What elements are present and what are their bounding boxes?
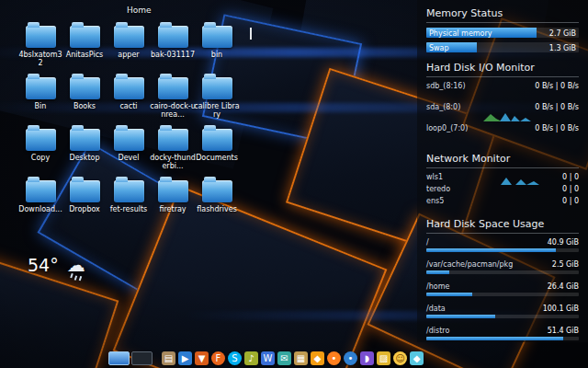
desktop-icon-label: firetray [150,205,196,213]
skype-icon[interactable]: S [228,351,242,365]
desktop-icon-label: bin [194,51,240,59]
desktop-icon-bak-031117[interactable]: bak-031117 [151,26,195,77]
desktop-icon-4bslxatom32[interactable]: 4bslxatom32 [18,26,62,77]
meter-physical-memory: Physical memory2.7 GiB [426,28,579,38]
desktop-icon-calibre-library[interactable]: calibre Library [195,77,239,129]
usage-label: /var/cache/pacman/pkg [426,260,513,269]
folder-icon [26,26,56,48]
wine-icon[interactable]: W [261,351,275,365]
weather-widget[interactable]: 54° ☁ [28,254,85,276]
desktop-icon-desktop[interactable]: Desktop [62,129,107,180]
desktop-icon-apper[interactable]: apper [107,26,151,77]
mail-client-icon[interactable]: ✉ [277,351,291,365]
desktop-icon-label: calibre Library [194,102,240,119]
audio-player-icon[interactable]: ♪ [244,351,258,365]
usage-line: /var/cache/pacman/pkg2.5 GiB [426,260,579,269]
desktop-icon-label: Desktop [62,154,107,162]
desktop-icon-flashdrives[interactable]: flashdrives [195,180,239,232]
desktop-icon-label: AnitasPics [62,51,107,59]
usage-fill-bar [426,248,556,252]
desktop-icon-cairo-dock-unrea[interactable]: cairo-dock-unrea... [151,77,195,129]
usage-bar [426,315,579,318]
browser-blue-icon[interactable]: • [344,351,357,365]
desktop-icon-label: Documents [194,154,240,162]
sidebar-section-network-monitor: Network Monitorwls10 | 0teredo0 | 0ens50… [426,152,579,209]
folder-icon [114,180,144,202]
desktop-icon-dropbox[interactable]: Dropbox [62,180,107,232]
meter-label: Physical memory [429,29,492,38]
pager-desktop-2[interactable] [131,351,153,365]
desktop-icon-fet-results[interactable]: fet-results [107,180,151,232]
cairo-dock-icon[interactable]: ◆ [311,351,324,365]
gem-app-icon[interactable]: ◆ [410,351,424,365]
pager-desktop-1[interactable] [108,351,130,365]
usage-value: 100.1 GiB [543,305,579,313]
usage-line: /40.9 GiB [426,238,579,247]
smiley-app-icon[interactable]: ☺ [393,351,407,365]
usage-: /40.9 GiB [426,238,579,252]
section-title: Hard Disk Space Usage [426,217,579,234]
folder-icon [158,77,188,99]
meter-value: 2.7 GiB [549,29,576,38]
dock: ▤▶▼FS♪W✉▦◆••◗▨☺◆ [108,351,424,365]
folder-icon [158,180,188,202]
usage-home: /home26.4 GiB [426,282,579,296]
desktop-icon-documents[interactable]: Documents [195,129,239,180]
desktop-icon-docky-thunderbi[interactable]: docky-thunderbi... [151,129,195,180]
folder-icon [202,26,232,48]
desktop-icon-anitaspics[interactable]: AnitasPics [62,26,107,77]
usage-label: /data [426,305,446,313]
desktop-icon-firetray[interactable]: firetray [151,180,195,232]
desktop-icon-label: Books [62,102,107,110]
desktop-icon-download[interactable]: Download... [18,180,62,232]
folder-icon [114,26,144,48]
stat-value: 0 B/s | 0 B/s [535,124,579,132]
folder-icon [158,129,188,151]
usage-line: /home26.4 GiB [426,282,579,291]
package-manager-icon[interactable]: ▦ [294,351,308,365]
media-player-icon[interactable]: ▶ [178,351,192,365]
desktop-icon-bin[interactable]: Bin [18,77,62,129]
usage-fill-bar [426,270,449,274]
downloader-icon[interactable]: ▼ [195,351,209,365]
desktop-icon-label: Copy [17,154,63,162]
usage-fill-bar [426,315,495,318]
desktop-icon-label: Download... [17,205,63,213]
desktop-icon-devel[interactable]: Devel [107,129,151,180]
desktop-icon-copy[interactable]: Copy [18,129,62,180]
stat-label: loop0_(7:0) [426,124,468,132]
desktop-icon-cacti[interactable]: cacti [107,77,151,129]
meter-swap: Swap1.3 GiB [426,42,579,52]
usage-data: /data100.1 GiB [426,305,579,318]
media-purple-icon[interactable]: ◗ [360,351,374,365]
desktop-icon-label: cairo-dock-unrea... [150,102,196,119]
file-cabinet-icon[interactable]: ▤ [162,351,175,365]
folder-yellow-icon[interactable]: ▨ [377,351,390,365]
desktop-icon-label: Devel [106,154,152,162]
usage-label: /distro [426,327,449,335]
stat-label: ens5 [426,197,444,205]
firefox-icon[interactable]: F [211,351,225,365]
cloud-rain-icon: ☁ [67,254,85,276]
usage-bar [426,293,579,296]
folder-icon [202,77,232,99]
usage-label: / [426,238,429,247]
desktop-icon-bin[interactable]: bin [195,26,239,77]
browser-orange-icon[interactable]: • [327,351,341,365]
desktop-icon-label: cacti [106,102,152,110]
folder-icon [158,26,188,48]
usage-line: /distro51.4 GiB [426,327,579,335]
desktop-icon-books[interactable]: Books [62,77,107,129]
stat-wls1: wls10 | 0 [426,173,579,185]
usage-label: /home [426,282,449,291]
usage-fill-bar [426,293,472,296]
usage-distro: /distro51.4 GiB [426,327,579,340]
stat-sda-8-0: sda_(8:0)0 B/s | 0 B/s [426,103,579,122]
stat-label: wls1 [426,173,443,181]
system-monitor-sections: Memory StatusPhysical memory2.7 GiBSwap1… [426,6,579,340]
usage-value: 26.4 GiB [548,282,579,291]
desktop-icon-label: docky-thunderbi... [150,154,196,170]
dock-icons: ▤▶▼FS♪W✉▦◆••◗▨☺◆ [162,351,424,365]
usage-bar [426,337,579,340]
stat-value: 0 | 0 [562,197,579,205]
